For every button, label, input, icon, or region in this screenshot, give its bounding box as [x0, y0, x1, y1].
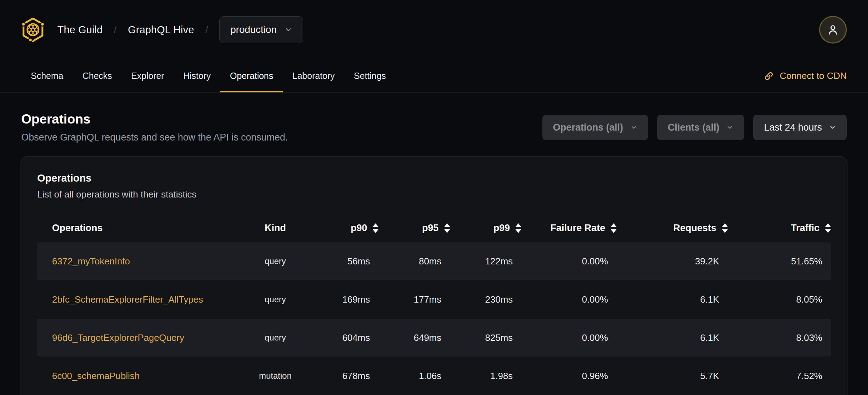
- sort-icon[interactable]: [825, 223, 831, 233]
- time-range-dropdown[interactable]: Last 24 hours: [753, 115, 847, 140]
- operations-filter-label: Operations (all): [553, 122, 623, 133]
- filter-bar: Operations (all) Clients (all) Last 24 h…: [542, 115, 847, 140]
- hive-logo-icon[interactable]: [21, 17, 45, 42]
- page-title: Operations: [21, 112, 288, 127]
- breadcrumb-separator: /: [114, 24, 117, 35]
- user-icon: [825, 22, 840, 37]
- p90-value: 678ms: [307, 371, 379, 382]
- column-header-operations: Operations: [37, 223, 243, 234]
- requests-value: 6.1K: [616, 294, 728, 305]
- column-header-p95[interactable]: p95: [378, 223, 450, 234]
- chevron-down-icon: [726, 124, 733, 131]
- sort-icon[interactable]: [515, 223, 521, 233]
- target-selector-value: production: [230, 24, 277, 35]
- p95-value: 649ms: [378, 332, 450, 343]
- target-selector-dropdown[interactable]: production: [219, 16, 303, 43]
- tab-schema[interactable]: Schema: [21, 59, 73, 92]
- p95-value: 177ms: [378, 294, 450, 305]
- page-subtitle: Observe GraphQL requests and see how the…: [21, 132, 288, 143]
- chevron-down-icon: [284, 26, 292, 34]
- card-title: Operations: [37, 172, 831, 184]
- column-header-p99[interactable]: p99: [450, 223, 522, 234]
- traffic-value: 7.52%: [728, 371, 831, 382]
- page-heading: Operations Observe GraphQL requests and …: [0, 93, 868, 143]
- tab-list: Schema Checks Explorer History Operation…: [21, 59, 395, 92]
- traffic-value: 8.05%: [728, 294, 831, 305]
- table-row: 96d6_TargetExplorerPageQuery query 604ms…: [37, 319, 831, 356]
- traffic-value: 51.65%: [728, 256, 831, 267]
- sort-icon[interactable]: [444, 223, 450, 233]
- traffic-value: 8.03%: [728, 332, 831, 343]
- breadcrumb-org[interactable]: The Guild: [57, 24, 103, 36]
- target-nav: Schema Checks Explorer History Operation…: [0, 59, 868, 93]
- operations-card: Operations List of all operations with t…: [21, 156, 847, 395]
- sort-icon[interactable]: [722, 223, 728, 233]
- clients-filter-label: Clients (all): [668, 122, 720, 133]
- operation-link[interactable]: 6372_myTokenInfo: [52, 256, 130, 267]
- top-bar: The Guild / GraphQL Hive / production: [0, 0, 868, 59]
- operations-filter-dropdown[interactable]: Operations (all): [542, 115, 648, 140]
- operations-table: Operations Kind p90 p95 p99 Failure Rate: [37, 214, 831, 395]
- clients-filter-dropdown[interactable]: Clients (all): [657, 115, 744, 140]
- column-header-p90[interactable]: p90: [307, 223, 379, 234]
- table-row: 6372_myTokenInfo query 56ms 80ms 122ms 0…: [37, 242, 831, 280]
- chevron-down-icon: [630, 124, 637, 131]
- tab-settings[interactable]: Settings: [344, 59, 395, 92]
- p90-value: 56ms: [307, 256, 379, 267]
- tab-operations[interactable]: Operations: [220, 59, 283, 92]
- column-header-kind: Kind: [243, 223, 307, 234]
- p99-value: 825ms: [450, 332, 522, 343]
- table-row: 6c00_schemaPublish mutation 678ms 1.06s …: [37, 357, 831, 395]
- breadcrumb-separator: /: [205, 24, 208, 35]
- p99-value: 122ms: [450, 256, 522, 267]
- connect-to-cdn-label: Connect to CDN: [780, 70, 847, 81]
- breadcrumb-project[interactable]: GraphQL Hive: [128, 24, 194, 36]
- breadcrumb: The Guild / GraphQL Hive / production: [21, 16, 303, 43]
- sort-icon[interactable]: [611, 223, 616, 233]
- operation-kind: mutation: [259, 371, 292, 381]
- sort-icon[interactable]: [373, 223, 378, 233]
- p90-value: 604ms: [307, 332, 379, 343]
- requests-value: 6.1K: [616, 332, 728, 343]
- tab-history[interactable]: History: [174, 59, 220, 92]
- column-header-traffic[interactable]: Traffic: [728, 223, 831, 234]
- requests-value: 5.7K: [616, 371, 728, 382]
- failure-rate-value: 0.00%: [521, 256, 616, 267]
- column-header-requests[interactable]: Requests: [616, 223, 728, 234]
- p90-value: 169ms: [307, 294, 379, 305]
- card-subtitle: List of all operations with their statis…: [37, 189, 831, 200]
- user-avatar-button[interactable]: [819, 16, 847, 44]
- operation-kind: query: [265, 333, 286, 343]
- tab-explorer[interactable]: Explorer: [122, 59, 174, 92]
- page-heading-titles: Operations Observe GraphQL requests and …: [21, 112, 288, 143]
- table-row: 2bfc_SchemaExplorerFilter_AllTypes query…: [37, 281, 831, 318]
- p99-value: 230ms: [450, 294, 522, 305]
- failure-rate-value: 0.00%: [521, 332, 616, 343]
- p99-value: 1.98s: [450, 371, 522, 382]
- column-header-failure-rate[interactable]: Failure Rate: [521, 223, 616, 234]
- p95-value: 80ms: [378, 256, 450, 267]
- operation-link[interactable]: 6c00_schemaPublish: [52, 371, 140, 382]
- operation-kind: query: [265, 294, 286, 304]
- chevron-down-icon: [829, 124, 836, 131]
- link-icon: [763, 71, 774, 81]
- failure-rate-value: 0.00%: [521, 294, 616, 305]
- operation-link[interactable]: 2bfc_SchemaExplorerFilter_AllTypes: [52, 294, 203, 305]
- requests-value: 39.2K: [616, 256, 728, 267]
- table-header-row: Operations Kind p90 p95 p99 Failure Rate: [37, 214, 831, 242]
- operation-link[interactable]: 96d6_TargetExplorerPageQuery: [52, 332, 184, 343]
- time-range-label: Last 24 hours: [764, 122, 822, 133]
- p95-value: 1.06s: [378, 371, 450, 382]
- tab-checks[interactable]: Checks: [73, 59, 122, 92]
- tab-laboratory[interactable]: Laboratory: [283, 59, 344, 92]
- operation-kind: query: [265, 256, 286, 266]
- connect-to-cdn-link[interactable]: Connect to CDN: [763, 59, 847, 92]
- failure-rate-value: 0.96%: [521, 371, 616, 382]
